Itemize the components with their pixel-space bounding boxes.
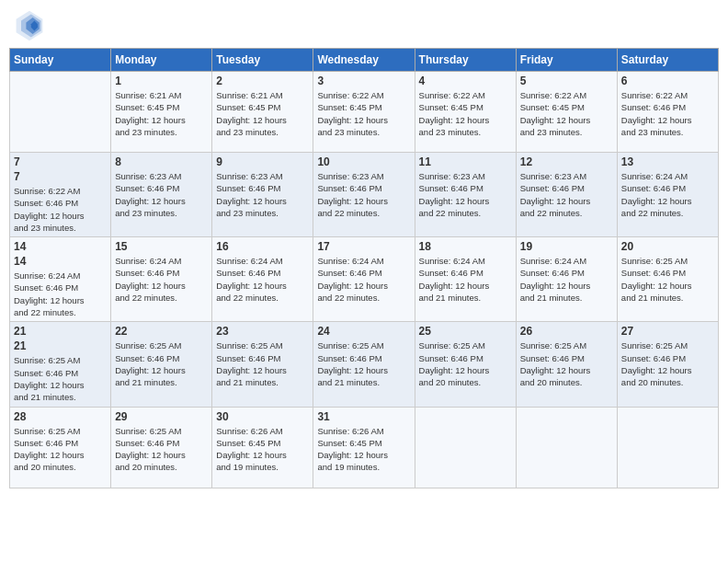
calendar-cell bbox=[516, 407, 617, 488]
day-info: Sunrise: 6:22 AM Sunset: 6:45 PM Dayligh… bbox=[317, 89, 410, 138]
day-info: Sunrise: 6:24 AM Sunset: 6:46 PM Dayligh… bbox=[520, 255, 613, 304]
calendar-cell: 19Sunrise: 6:24 AM Sunset: 6:46 PM Dayli… bbox=[516, 237, 617, 322]
day-info: Sunrise: 6:24 AM Sunset: 6:46 PM Dayligh… bbox=[115, 255, 208, 304]
weekday-header-sunday: Sunday bbox=[10, 49, 111, 72]
day-info: Sunrise: 6:25 AM Sunset: 6:46 PM Dayligh… bbox=[419, 339, 512, 388]
day-number: 20 bbox=[621, 240, 714, 253]
weekday-header-wednesday: Wednesday bbox=[313, 49, 415, 72]
calendar-cell: 18Sunrise: 6:24 AM Sunset: 6:46 PM Dayli… bbox=[415, 237, 516, 322]
weekday-header-thursday: Thursday bbox=[415, 49, 516, 72]
day-number: 13 bbox=[621, 155, 714, 168]
calendar-cell: 31Sunrise: 6:26 AM Sunset: 6:45 PM Dayli… bbox=[313, 407, 415, 488]
day-number: 11 bbox=[419, 155, 512, 168]
page-header bbox=[9, 9, 719, 42]
calendar-cell bbox=[415, 407, 516, 488]
calendar-cell: 11Sunrise: 6:23 AM Sunset: 6:46 PM Dayli… bbox=[415, 153, 516, 237]
calendar-week-1: 1Sunrise: 6:21 AM Sunset: 6:45 PM Daylig… bbox=[10, 72, 719, 153]
day-info: Sunrise: 6:25 AM Sunset: 6:46 PM Dayligh… bbox=[14, 425, 107, 474]
calendar-cell: 2121Sunrise: 6:25 AM Sunset: 6:46 PM Day… bbox=[10, 322, 111, 407]
calendar-cell: 5Sunrise: 6:22 AM Sunset: 6:45 PM Daylig… bbox=[516, 72, 617, 153]
day-info: Sunrise: 6:25 AM Sunset: 6:46 PM Dayligh… bbox=[621, 339, 714, 388]
day-info: Sunrise: 6:24 AM Sunset: 6:46 PM Dayligh… bbox=[621, 170, 714, 219]
day-number: 7 bbox=[14, 155, 107, 168]
day-info: Sunrise: 6:25 AM Sunset: 6:46 PM Dayligh… bbox=[216, 339, 309, 388]
calendar-cell: 17Sunrise: 6:24 AM Sunset: 6:46 PM Dayli… bbox=[313, 237, 415, 322]
calendar-cell: 9Sunrise: 6:23 AM Sunset: 6:46 PM Daylig… bbox=[212, 153, 313, 237]
calendar-cell bbox=[617, 407, 718, 488]
day-info: Sunrise: 6:25 AM Sunset: 6:46 PM Dayligh… bbox=[520, 339, 613, 388]
calendar-cell: 3Sunrise: 6:22 AM Sunset: 6:45 PM Daylig… bbox=[313, 72, 415, 153]
calendar-cell: 12Sunrise: 6:23 AM Sunset: 6:46 PM Dayli… bbox=[516, 153, 617, 237]
day-info: Sunrise: 6:21 AM Sunset: 6:45 PM Dayligh… bbox=[115, 89, 208, 138]
day-info: Sunrise: 6:25 AM Sunset: 6:46 PM Dayligh… bbox=[115, 339, 208, 388]
calendar-cell: 24Sunrise: 6:25 AM Sunset: 6:46 PM Dayli… bbox=[313, 322, 415, 407]
calendar-cell: 22Sunrise: 6:25 AM Sunset: 6:46 PM Dayli… bbox=[111, 322, 212, 407]
day-info: Sunrise: 6:24 AM Sunset: 6:46 PM Dayligh… bbox=[317, 255, 410, 304]
day-number: 1 bbox=[115, 75, 208, 87]
calendar-cell: 23Sunrise: 6:25 AM Sunset: 6:46 PM Dayli… bbox=[212, 322, 313, 407]
day-number: 14 bbox=[14, 240, 107, 253]
day-number: 15 bbox=[115, 240, 208, 253]
calendar-cell: 1Sunrise: 6:21 AM Sunset: 6:45 PM Daylig… bbox=[111, 72, 212, 153]
day-info: Sunrise: 6:25 AM Sunset: 6:46 PM Dayligh… bbox=[115, 425, 208, 474]
calendar-cell: 29Sunrise: 6:25 AM Sunset: 6:46 PM Dayli… bbox=[111, 407, 212, 488]
day-number: 14 bbox=[14, 255, 107, 268]
day-number: 12 bbox=[520, 155, 613, 168]
day-number: 8 bbox=[115, 155, 208, 168]
day-number: 9 bbox=[216, 155, 309, 168]
day-number: 3 bbox=[317, 75, 410, 87]
day-info: Sunrise: 6:22 AM Sunset: 6:46 PM Dayligh… bbox=[14, 185, 107, 234]
calendar-cell: 8Sunrise: 6:23 AM Sunset: 6:46 PM Daylig… bbox=[111, 153, 212, 237]
calendar-cell: 27Sunrise: 6:25 AM Sunset: 6:46 PM Dayli… bbox=[617, 322, 718, 407]
calendar-cell: 2Sunrise: 6:21 AM Sunset: 6:45 PM Daylig… bbox=[212, 72, 313, 153]
day-number: 19 bbox=[520, 240, 613, 253]
calendar-cell: 25Sunrise: 6:25 AM Sunset: 6:46 PM Dayli… bbox=[415, 322, 516, 407]
calendar-cell: 77Sunrise: 6:22 AM Sunset: 6:46 PM Dayli… bbox=[10, 153, 111, 237]
day-number: 7 bbox=[14, 170, 107, 183]
day-info: Sunrise: 6:23 AM Sunset: 6:46 PM Dayligh… bbox=[520, 170, 613, 219]
calendar-week-5: 28Sunrise: 6:25 AM Sunset: 6:46 PM Dayli… bbox=[10, 407, 719, 488]
calendar-cell: 13Sunrise: 6:24 AM Sunset: 6:46 PM Dayli… bbox=[617, 153, 718, 237]
calendar-cell: 1414Sunrise: 6:24 AM Sunset: 6:46 PM Day… bbox=[10, 237, 111, 322]
day-number: 10 bbox=[317, 155, 410, 168]
logo-icon bbox=[13, 9, 46, 42]
day-number: 27 bbox=[621, 325, 714, 338]
logo bbox=[13, 9, 50, 42]
day-info: Sunrise: 6:26 AM Sunset: 6:45 PM Dayligh… bbox=[216, 425, 309, 474]
day-number: 5 bbox=[520, 75, 613, 87]
day-info: Sunrise: 6:22 AM Sunset: 6:46 PM Dayligh… bbox=[621, 89, 714, 138]
calendar-cell: 26Sunrise: 6:25 AM Sunset: 6:46 PM Dayli… bbox=[516, 322, 617, 407]
day-number: 18 bbox=[419, 240, 512, 253]
calendar-cell: 10Sunrise: 6:23 AM Sunset: 6:46 PM Dayli… bbox=[313, 153, 415, 237]
day-number: 28 bbox=[14, 410, 107, 423]
weekday-header-friday: Friday bbox=[516, 49, 617, 72]
day-info: Sunrise: 6:24 AM Sunset: 6:46 PM Dayligh… bbox=[216, 255, 309, 304]
calendar-cell: 15Sunrise: 6:24 AM Sunset: 6:46 PM Dayli… bbox=[111, 237, 212, 322]
day-number: 30 bbox=[216, 410, 309, 423]
day-info: Sunrise: 6:23 AM Sunset: 6:46 PM Dayligh… bbox=[419, 170, 512, 219]
day-info: Sunrise: 6:25 AM Sunset: 6:46 PM Dayligh… bbox=[317, 339, 410, 388]
calendar-table: SundayMondayTuesdayWednesdayThursdayFrid… bbox=[9, 48, 719, 488]
day-number: 25 bbox=[419, 325, 512, 338]
day-info: Sunrise: 6:23 AM Sunset: 6:46 PM Dayligh… bbox=[317, 170, 410, 219]
calendar-cell: 16Sunrise: 6:24 AM Sunset: 6:46 PM Dayli… bbox=[212, 237, 313, 322]
day-info: Sunrise: 6:24 AM Sunset: 6:46 PM Dayligh… bbox=[14, 270, 107, 318]
day-info: Sunrise: 6:25 AM Sunset: 6:46 PM Dayligh… bbox=[621, 255, 714, 304]
day-number: 23 bbox=[216, 325, 309, 338]
day-info: Sunrise: 6:22 AM Sunset: 6:45 PM Dayligh… bbox=[520, 89, 613, 138]
weekday-header-saturday: Saturday bbox=[617, 49, 718, 72]
calendar-cell bbox=[10, 72, 111, 153]
day-number: 21 bbox=[14, 339, 107, 352]
day-number: 17 bbox=[317, 240, 410, 253]
weekday-header-monday: Monday bbox=[111, 49, 212, 72]
day-info: Sunrise: 6:23 AM Sunset: 6:46 PM Dayligh… bbox=[115, 170, 208, 219]
day-number: 22 bbox=[115, 325, 208, 338]
day-number: 4 bbox=[419, 75, 512, 87]
day-number: 26 bbox=[520, 325, 613, 338]
calendar-cell: 30Sunrise: 6:26 AM Sunset: 6:45 PM Dayli… bbox=[212, 407, 313, 488]
calendar-week-4: 2121Sunrise: 6:25 AM Sunset: 6:46 PM Day… bbox=[10, 322, 719, 407]
weekday-header-tuesday: Tuesday bbox=[212, 49, 313, 72]
day-number: 2 bbox=[216, 75, 309, 87]
calendar-week-2: 77Sunrise: 6:22 AM Sunset: 6:46 PM Dayli… bbox=[10, 153, 719, 237]
day-info: Sunrise: 6:24 AM Sunset: 6:46 PM Dayligh… bbox=[419, 255, 512, 304]
